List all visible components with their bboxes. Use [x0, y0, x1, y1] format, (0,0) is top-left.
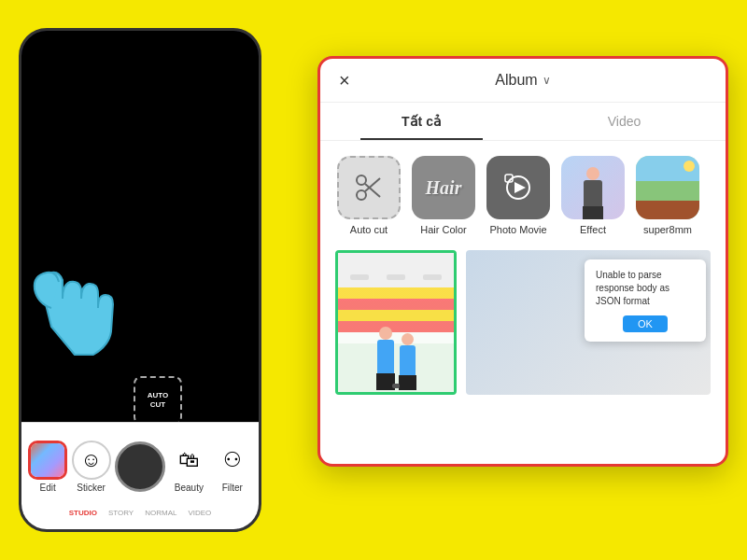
store-photo — [338, 253, 454, 392]
super8mm-label: super8mm — [643, 224, 692, 235]
nav-video[interactable]: VIDEO — [188, 509, 211, 517]
grid-item-photo-movie[interactable]: Photo Movie — [485, 156, 552, 235]
selected-photo[interactable] — [335, 250, 457, 395]
effect-icon — [561, 156, 625, 219]
hair-text: Hair — [426, 177, 462, 199]
auto-cut-text: AUTOCUT — [148, 391, 169, 409]
scissors-icon — [352, 171, 386, 204]
error-message: Unable to parse response body as JSON fo… — [596, 269, 695, 308]
figure-2 — [399, 333, 416, 390]
grid-item-auto-cut[interactable]: Auto cut — [335, 156, 402, 235]
sticker-icon: ☺ — [72, 441, 111, 480]
photo-movie-svg-icon — [501, 171, 535, 204]
tab-video[interactable]: Video — [523, 103, 726, 140]
filter-button[interactable]: ⚇ Filter — [213, 441, 252, 493]
error-dialog: Unable to parse response body as JSON fo… — [585, 259, 706, 342]
edit-icon-circle — [28, 441, 67, 480]
edit-button[interactable]: Edit — [28, 441, 67, 493]
popup-header: × Album ∨ — [320, 59, 726, 103]
popup-title: Album ∨ — [495, 72, 550, 89]
filter-icon: ⚇ — [213, 441, 252, 480]
beauty-label: Beauty — [175, 483, 204, 493]
grid-item-effect[interactable]: Effect — [559, 156, 627, 235]
chevron-down-icon[interactable]: ∨ — [543, 74, 551, 87]
svg-point-3 — [357, 190, 366, 200]
tab-all[interactable]: Tất cả — [320, 103, 523, 140]
effect-label: Effect — [580, 224, 606, 235]
hair-color-icon: Hair — [412, 156, 475, 219]
popup-grid: Auto cut Hair Hair Color Photo Movie — [320, 141, 726, 250]
auto-cut-label: Auto cut — [350, 224, 388, 235]
super8mm-icon — [636, 156, 699, 219]
sticker-button[interactable]: ☺ Sticker — [72, 441, 111, 493]
grid-item-super8mm[interactable]: super8mm — [634, 156, 701, 235]
photo-movie-label: Photo Movie — [489, 224, 546, 235]
capture-button[interactable] — [115, 441, 165, 492]
svg-point-4 — [357, 175, 366, 185]
beauty-button[interactable]: 🛍 Beauty — [169, 441, 208, 493]
capture-icon — [115, 441, 165, 492]
super8mm-scene — [636, 156, 699, 219]
grid-item-hair-color[interactable]: Hair Hair Color — [410, 156, 477, 235]
effect-person — [583, 167, 603, 219]
figure-1 — [376, 327, 395, 390]
edit-label: Edit — [40, 483, 56, 493]
popup-tabs: Tất cả Video — [320, 103, 726, 141]
popup-photo-area: Unable to parse response body as JSON fo… — [320, 250, 726, 410]
store-figures — [338, 287, 454, 392]
beauty-icon: 🛍 — [169, 441, 208, 480]
tab-all-label: Tất cả — [402, 114, 442, 129]
second-photo[interactable]: Unable to parse response body as JSON fo… — [466, 250, 711, 395]
filter-label: Filter — [222, 483, 243, 493]
nav-normal[interactable]: NORMAL — [145, 509, 176, 517]
tab-video-label: Video — [608, 114, 641, 129]
album-title: Album — [495, 72, 537, 89]
photo-bottom-dot — [392, 384, 400, 388]
nav-story[interactable]: STORY — [108, 509, 134, 517]
blue-hand-icon — [23, 215, 117, 364]
auto-cut-overlay: AUTOCUT — [134, 376, 182, 425]
phone-bottom-icons: Edit ☺ Sticker 🛍 Beauty ⚇ Filter — [26, 441, 254, 493]
nav-studio[interactable]: STUDIO — [69, 509, 97, 517]
phone-bottom-bar: Edit ☺ Sticker 🛍 Beauty ⚇ Filter — [21, 422, 259, 529]
hair-color-label: Hair Color — [420, 224, 467, 235]
phone-bottom-nav: STUDIO STORY NORMAL VIDEO — [26, 509, 254, 517]
photo-movie-icon — [486, 156, 550, 219]
album-popup: × Album ∨ Tất cả Video Auto c — [317, 56, 728, 467]
sticker-label: Sticker — [77, 483, 106, 493]
close-button[interactable]: × — [339, 70, 350, 91]
auto-cut-icon — [337, 156, 401, 219]
edit-thumbnail — [31, 443, 64, 477]
error-ok-button[interactable]: OK — [623, 315, 668, 332]
